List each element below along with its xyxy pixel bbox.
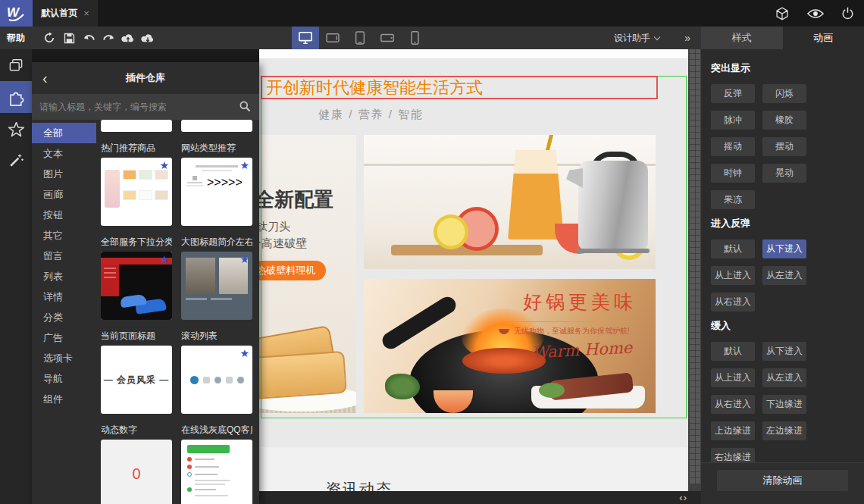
- thumb-shape: [195, 495, 228, 496]
- canvas-scrollbar-thumb[interactable]: [689, 49, 700, 484]
- plugin-item-card[interactable]: ★: [101, 252, 172, 320]
- plugin-item-card[interactable]: ★: [181, 346, 252, 414]
- plugin-item-card[interactable]: ★: [101, 158, 172, 226]
- anim-button[interactable]: 左边缘进: [762, 421, 806, 440]
- selected-title-element[interactable]: 开创新时代健康智能生活方式: [261, 76, 658, 99]
- tablet-portrait-icon[interactable]: [346, 27, 374, 49]
- anim-button[interactable]: 从右进入: [711, 395, 755, 414]
- page-subtitle[interactable]: 健康 / 营养 / 智能: [318, 108, 424, 122]
- anim-button[interactable]: 从上进入: [711, 368, 755, 387]
- category-item[interactable]: 详情: [32, 286, 96, 307]
- plugin-search-box[interactable]: 请输入标题，关键字，编号搜索: [32, 94, 259, 120]
- thumb-shape: [186, 258, 215, 294]
- plugin-item-card[interactable]: — 会员风采 —: [101, 346, 172, 414]
- plugin-item-card[interactable]: ★: [181, 252, 252, 320]
- cloud-download-icon[interactable]: [138, 27, 158, 49]
- app-logo[interactable]: W: [0, 0, 33, 27]
- star-icon[interactable]: ★: [239, 348, 249, 358]
- page-main-title[interactable]: 开创新时代健康智能生活方式: [262, 77, 483, 99]
- star-icon[interactable]: ★: [159, 160, 169, 171]
- anim-button[interactable]: 果冻: [711, 190, 755, 209]
- tablet-landscape-icon[interactable]: [319, 27, 346, 49]
- plugin-icon[interactable]: [0, 81, 32, 113]
- tab-animation[interactable]: 动画: [783, 27, 864, 49]
- anim-button[interactable]: 从右进入: [711, 293, 755, 311]
- thumb-shape: [187, 472, 246, 477]
- wok-banner-image[interactable]: 好锅更美味 无忧购物，至诚服务为你保驾护航! Warm Home: [364, 279, 656, 413]
- anim-button[interactable]: 晃动: [762, 164, 806, 183]
- pages-icon[interactable]: [0, 49, 32, 81]
- anim-button[interactable]: 默认: [711, 239, 755, 258]
- anim-button[interactable]: 从下进入: [762, 342, 806, 361]
- tab-default-home[interactable]: 默认首页 ×: [33, 0, 98, 27]
- publish-box-icon[interactable]: [767, 0, 797, 27]
- refresh-icon[interactable]: [39, 27, 59, 49]
- star-icon[interactable]: ★: [239, 254, 249, 265]
- category-item[interactable]: 列表: [32, 266, 96, 286]
- star-icon[interactable]: ★: [159, 254, 169, 265]
- anim-button[interactable]: 默认: [711, 342, 755, 361]
- anim-button[interactable]: 摇动: [711, 137, 755, 156]
- category-item[interactable]: 留言: [32, 246, 96, 266]
- category-item[interactable]: 选项卡: [32, 348, 96, 368]
- animation-sections: 突出显示反弹闪烁脉冲橡胶摇动摆动时钟晃动果冻进入反弹默认从下进入从上进入从左进入…: [701, 49, 864, 504]
- anim-button[interactable]: 从上进入: [711, 266, 755, 285]
- anim-button[interactable]: 闪烁: [762, 84, 806, 103]
- plugin-item-card[interactable]: [181, 440, 252, 504]
- desktop-icon[interactable]: [292, 27, 319, 49]
- wok-banner-subtitle: 无忧购物，至诚服务为你保驾护航!: [499, 321, 630, 337]
- tab-style[interactable]: 样式: [701, 27, 783, 49]
- star-icon[interactable]: ★: [239, 160, 249, 171]
- cloud-upload-icon[interactable]: [118, 27, 138, 49]
- anim-button[interactable]: 脉冲: [711, 111, 755, 130]
- plugin-card-partial[interactable]: [181, 120, 252, 132]
- design-assistant-button[interactable]: 设计助手: [614, 27, 659, 49]
- animation-panel-footer: 清除动画: [701, 462, 864, 504]
- anim-button[interactable]: 时钟: [711, 164, 755, 183]
- help-button[interactable]: 帮助: [0, 27, 32, 49]
- undo-icon[interactable]: [79, 27, 99, 49]
- search-icon[interactable]: [239, 100, 252, 113]
- category-item[interactable]: 按钮: [32, 205, 96, 225]
- power-icon[interactable]: [832, 0, 862, 27]
- category-item[interactable]: 画廊: [32, 184, 96, 205]
- category-item[interactable]: 组件: [32, 389, 96, 409]
- category-item[interactable]: 其它: [32, 225, 96, 246]
- category-item[interactable]: 图片: [32, 164, 96, 184]
- magic-wand-icon[interactable]: [0, 145, 32, 177]
- favorites-icon[interactable]: [0, 113, 32, 145]
- plugin-card-partial[interactable]: [101, 120, 172, 132]
- banner-left-image[interactable]: 全新配置 钛刀头 分高速破壁 热破壁料理机: [259, 135, 356, 413]
- category-item[interactable]: 全部: [32, 123, 96, 143]
- kettle-banner-image[interactable]: [364, 135, 656, 269]
- plugin-item-card[interactable]: >>>>>★: [181, 158, 252, 226]
- news-section[interactable]: 资讯动态: [261, 447, 687, 491]
- thumb-shape: [187, 445, 230, 453]
- category-item[interactable]: 文本: [32, 143, 96, 164]
- category-item[interactable]: 广告: [32, 327, 96, 348]
- anim-button[interactable]: 从左进入: [762, 266, 806, 285]
- back-chevron-icon[interactable]: ‹: [42, 62, 48, 94]
- save-icon[interactable]: [59, 27, 79, 49]
- news-section-title[interactable]: 资讯动态: [326, 479, 393, 491]
- preview-eye-icon[interactable]: [800, 0, 831, 27]
- toolbar-more-button[interactable]: »: [684, 27, 690, 49]
- anim-button[interactable]: 上边缘进: [711, 421, 755, 440]
- anim-button[interactable]: 从下进入: [762, 239, 806, 258]
- anim-button[interactable]: 从左进入: [762, 368, 806, 387]
- plugin-item-card[interactable]: 0: [101, 440, 172, 504]
- clear-animation-button[interactable]: 清除动画: [717, 470, 848, 491]
- anim-button[interactable]: 摆动: [762, 137, 806, 156]
- category-item[interactable]: 分类: [32, 307, 96, 327]
- redo-icon[interactable]: [99, 27, 118, 49]
- canvas-scrollbar-track[interactable]: [688, 49, 701, 491]
- anim-button[interactable]: 橡胶: [762, 111, 806, 130]
- code-view-icon[interactable]: ‹›: [679, 491, 687, 504]
- phone-portrait-icon[interactable]: [401, 27, 428, 49]
- anim-button[interactable]: 反弹: [711, 84, 755, 103]
- design-canvas[interactable]: 资讯动态 全新配置 钛刀头 分高速破壁 热破壁料理机: [259, 49, 688, 491]
- category-item[interactable]: 导航: [32, 368, 96, 389]
- anim-button[interactable]: 下边缘进: [762, 395, 806, 414]
- tab-close-icon[interactable]: ×: [83, 8, 89, 19]
- phone-landscape-icon[interactable]: [374, 27, 401, 49]
